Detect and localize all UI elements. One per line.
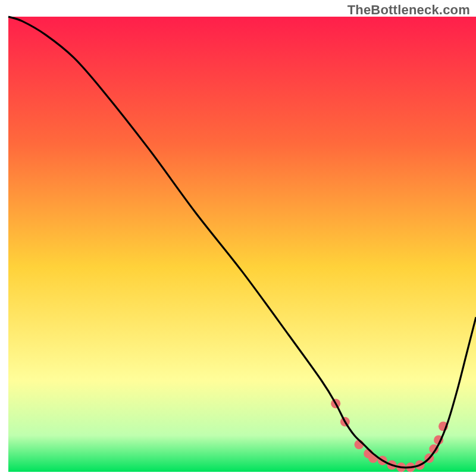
chart-container: TheBottleneck.com (0, 0, 476, 476)
bottleneck-chart (0, 0, 476, 476)
watermark-label: TheBottleneck.com (347, 2, 470, 18)
plot-background (8, 17, 476, 472)
